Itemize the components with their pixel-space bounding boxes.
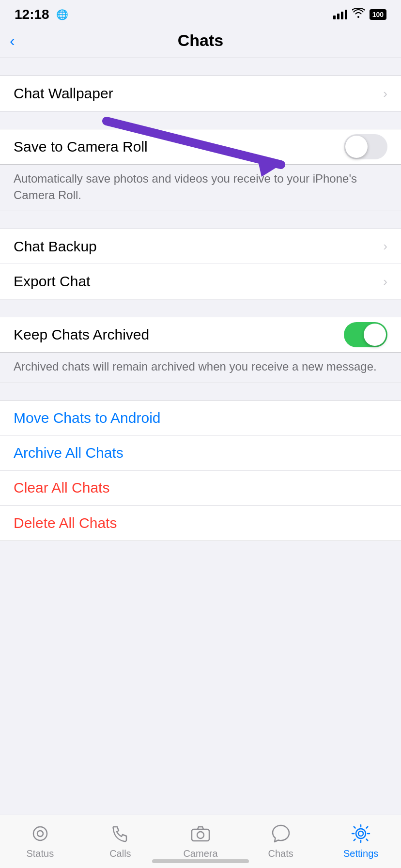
wifi-icon — [352, 8, 365, 21]
keep-chats-archived-toggle[interactable] — [344, 322, 387, 347]
export-chat-row[interactable]: Export Chat › — [0, 264, 401, 299]
tab-item-status[interactable]: Status — [0, 821, 80, 859]
nav-header: ‹ Chats — [0, 26, 401, 58]
battery-icon: 100 — [370, 9, 386, 20]
chat-wallpaper-row[interactable]: Chat Wallpaper › — [0, 76, 401, 111]
save-camera-roll-toggle[interactable] — [344, 134, 387, 159]
tab-item-chats[interactable]: Chats — [241, 821, 321, 859]
settings-group-2: Save to Camera Roll — [0, 129, 401, 165]
save-camera-roll-description: Automatically save photos and videos you… — [0, 165, 401, 211]
status-icon — [28, 821, 53, 846]
toggle-knob — [345, 136, 368, 158]
tab-item-camera[interactable]: Camera — [160, 821, 241, 859]
bottom-spacer — [0, 541, 401, 648]
section-gap-4 — [0, 299, 401, 317]
status-bar: 12:18 🌐 100 — [0, 0, 401, 26]
delete-all-chats-label: Delete All Chats — [14, 515, 117, 531]
back-button[interactable]: ‹ — [10, 33, 15, 48]
page-title: Chats — [178, 31, 223, 50]
svg-point-6 — [356, 829, 366, 838]
action-group: Move Chats to Android Archive All Chats … — [0, 401, 401, 541]
svg-point-5 — [358, 831, 363, 836]
save-camera-roll-label: Save to Camera Roll — [14, 139, 148, 155]
save-camera-roll-row[interactable]: Save to Camera Roll — [0, 129, 401, 164]
delete-all-chats-row[interactable]: Delete All Chats — [0, 506, 401, 541]
svg-point-2 — [37, 831, 43, 837]
settings-group-4: Keep Chats Archived — [0, 317, 401, 353]
tab-status-label: Status — [26, 848, 54, 859]
keep-chats-archived-label: Keep Chats Archived — [14, 326, 149, 343]
chat-wallpaper-label: Chat Wallpaper — [14, 85, 113, 102]
svg-rect-3 — [192, 829, 209, 841]
camera-icon — [188, 821, 213, 846]
chat-backup-row[interactable]: Chat Backup › — [0, 229, 401, 264]
chevron-icon-2: › — [383, 239, 387, 254]
section-gap-2 — [0, 111, 401, 129]
tab-camera-label: Camera — [183, 848, 217, 859]
move-chats-android-label: Move Chats to Android — [14, 410, 161, 426]
move-chats-android-row[interactable]: Move Chats to Android — [0, 401, 401, 436]
toggle-knob-2 — [364, 324, 386, 346]
clear-all-chats-row[interactable]: Clear All Chats — [0, 471, 401, 506]
settings-group-1: Chat Wallpaper › — [0, 76, 401, 111]
chevron-icon: › — [383, 86, 387, 101]
tab-chats-label: Chats — [268, 848, 293, 859]
section-gap-3 — [0, 211, 401, 229]
clear-all-chats-label: Clear All Chats — [14, 480, 109, 496]
calls-icon — [108, 821, 133, 846]
home-indicator — [152, 859, 249, 863]
settings-group-3: Chat Backup › Export Chat › — [0, 229, 401, 299]
keep-chats-archived-row[interactable]: Keep Chats Archived — [0, 317, 401, 352]
svg-point-4 — [197, 832, 204, 838]
globe-icon: 🌐 — [56, 9, 68, 20]
export-chat-label: Export Chat — [14, 273, 90, 290]
section-gap-5 — [0, 383, 401, 401]
keep-chats-archived-description: Archived chats will remain archived when… — [0, 353, 401, 383]
status-icons: 100 — [333, 8, 386, 21]
archive-all-chats-label: Archive All Chats — [14, 445, 123, 461]
chevron-icon-3: › — [383, 274, 387, 289]
signal-bars — [333, 10, 347, 19]
chat-backup-label: Chat Backup — [14, 238, 97, 255]
archive-all-chats-row[interactable]: Archive All Chats — [0, 436, 401, 471]
tab-item-settings[interactable]: Settings — [321, 821, 401, 859]
svg-point-1 — [33, 827, 47, 840]
settings-icon — [348, 821, 373, 846]
tab-item-calls[interactable]: Calls — [80, 821, 161, 859]
chats-icon — [268, 821, 293, 846]
section-gap-1 — [0, 58, 401, 76]
status-time: 12:18 — [15, 7, 49, 22]
tab-calls-label: Calls — [109, 848, 131, 859]
tab-settings-label: Settings — [343, 848, 378, 859]
